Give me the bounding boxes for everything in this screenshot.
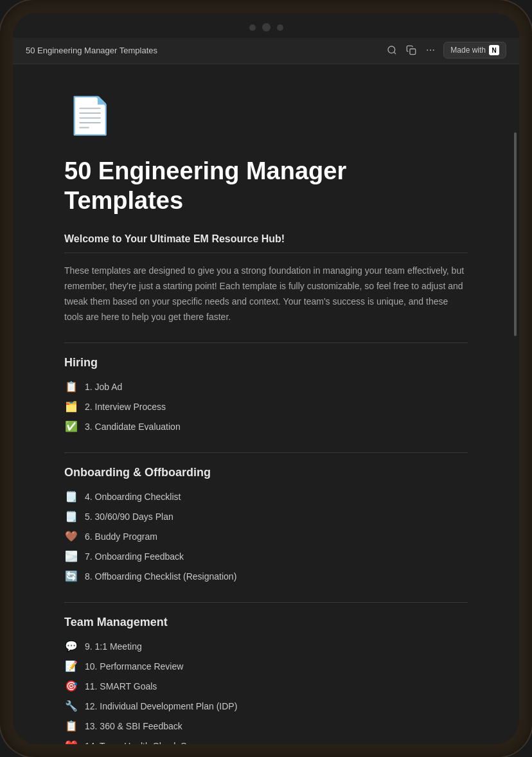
welcome-section: Welcome to Your Ultimate EM Resource Hub… [64,233,468,325]
hiring-heading: Hiring [64,356,468,370]
search-button[interactable] [386,44,398,57]
made-with-label: Made with [450,46,486,55]
list-item[interactable]: 🌫️ 7. Onboarding Feedback [64,548,468,564]
onboarding-heading: Onboarding & Offboarding [64,466,468,479]
item-label: 6. Buddy Program [85,531,157,542]
list-item[interactable]: 🗒️ 4. Onboarding Checklist [64,488,468,504]
doc-emoji: 📄 [67,94,112,137]
list-item[interactable]: 🗒️ 5. 30/60/90 Days Plan [64,508,468,524]
svg-point-3 [427,49,429,51]
camera-bar [13,13,519,38]
list-item[interactable]: 🎯 11. SMART Goals [64,678,468,694]
made-with-button[interactable]: Made with N [443,42,506,58]
list-item[interactable]: 🔄 8. Offboarding Checklist (Resignation) [64,568,468,584]
item-label: 11. SMART Goals [85,681,157,691]
doc-icon: 📄 [64,90,116,141]
item-label: 14. Team Health Check Survey [85,741,209,744]
item-label: 2. Interview Process [85,402,166,412]
copy-button[interactable] [405,44,418,57]
item-label: 5. 30/60/90 Days Plan [85,512,173,522]
list-item[interactable]: 🔧 12. Individual Development Plan (IDP) [64,698,468,714]
item-label: 13. 360 & SBI Feedback [85,721,182,731]
svg-point-0 [388,46,395,53]
list-item[interactable]: 💬 9. 1:1 Meeting [64,638,468,654]
item-emoji: 🔧 [64,700,78,712]
item-label: 9. 1:1 Meeting [85,641,142,652]
onboarding-list: 🗒️ 4. Onboarding Checklist 🗒️ 5. 30/60/9… [64,488,468,584]
top-bar: 50 Engineering Manager Templates [13,38,519,64]
list-item[interactable]: ✅ 3. Candidate Evaluation [64,418,468,434]
device-frame: 50 Engineering Manager Templates [0,0,532,757]
item-emoji: ❤️ [64,740,78,744]
camera-dot-right [277,24,283,31]
svg-point-4 [430,49,431,51]
welcome-heading: Welcome to Your Ultimate EM Resource Hub… [64,233,468,245]
team-heading: Team Management [64,616,468,629]
notion-icon: N [489,45,499,55]
item-emoji: 📋 [64,380,78,393]
topbar-title: 50 Engineering Manager Templates [26,46,157,55]
onboarding-divider [64,452,468,453]
item-label: 12. Individual Development Plan (IDP) [85,701,237,711]
main-content: 📄 50 Engineering Manager Templates Welco… [13,64,519,744]
item-emoji: 🗒️ [64,510,78,522]
list-item[interactable]: 📋 1. Job Ad [64,378,468,395]
team-divider [64,602,468,603]
list-item[interactable]: ❤️ 14. Team Health Check Survey [64,738,468,744]
item-emoji: ✅ [64,420,78,432]
content-area: 📄 50 Engineering Manager Templates Welco… [13,64,519,744]
svg-point-5 [433,49,434,51]
item-label: 7. Onboarding Feedback [85,551,184,562]
svg-rect-2 [410,49,416,55]
item-label: 10. Performance Review [85,661,183,672]
hiring-list: 📋 1. Job Ad 🗂️ 2. Interview Process ✅ 3.… [64,378,468,434]
scrollbar-indicator[interactable] [514,132,517,336]
list-item[interactable]: 📝 10. Performance Review [64,658,468,674]
item-emoji: 💬 [64,640,78,652]
welcome-divider [64,253,468,253]
device-inner: 50 Engineering Manager Templates [13,13,519,744]
item-emoji: 📋 [64,720,78,732]
page-title: 50 Engineering Manager Templates [64,157,468,215]
hiring-divider [64,343,468,343]
list-item[interactable]: 📋 13. 360 & SBI Feedback [64,718,468,734]
list-item[interactable]: 🤎 6. Buddy Program [64,528,468,544]
welcome-text: These templates are designed to give you… [64,263,468,325]
item-emoji: 🎯 [64,680,78,692]
item-label: 3. Candidate Evaluation [85,422,181,432]
item-emoji: 📝 [64,660,78,672]
item-emoji: 🤎 [64,530,78,542]
camera-dot-center [262,23,270,31]
item-emoji: 🗂️ [64,400,78,413]
more-button[interactable] [424,44,437,57]
item-emoji: 🌫️ [64,550,78,562]
item-emoji: 🗒️ [64,490,78,503]
item-label: 1. Job Ad [85,382,122,392]
topbar-actions: Made with N [386,42,506,58]
camera-dot-left [249,24,256,31]
team-list: 💬 9. 1:1 Meeting 📝 10. Performance Revie… [64,638,468,744]
item-emoji: 🔄 [64,570,78,582]
list-item[interactable]: 🗂️ 2. Interview Process [64,398,468,414]
svg-line-1 [394,52,396,54]
item-label: 4. Onboarding Checklist [85,492,181,502]
item-label: 8. Offboarding Checklist (Resignation) [85,571,236,582]
